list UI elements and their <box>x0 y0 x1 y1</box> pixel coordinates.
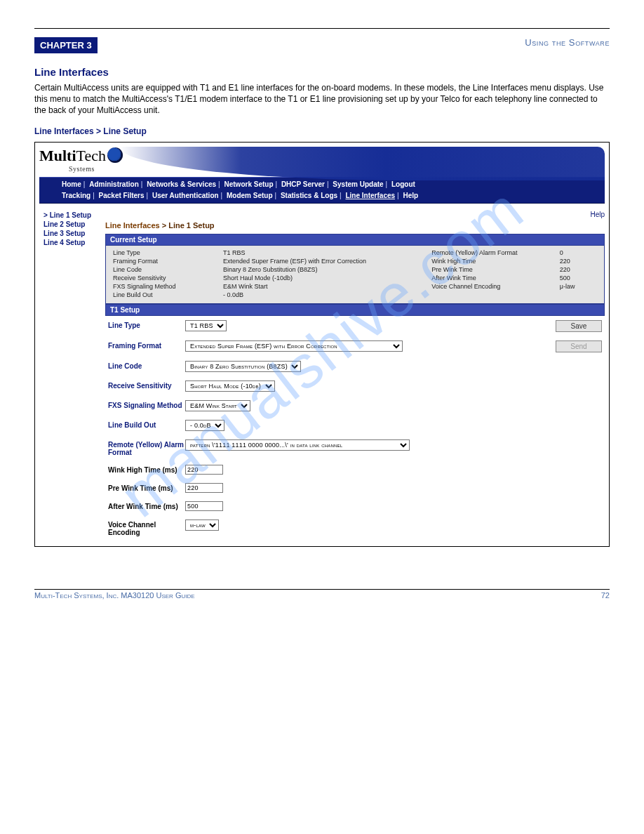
sidenav: Line 1 Setup Line 2 Setup Line 3 Setup L… <box>39 211 102 541</box>
select-line-build-out[interactable]: - 0.0dB <box>185 420 224 431</box>
label-pre-wink: Pre Wink Time (ms) <box>108 483 185 492</box>
t1-setup-title: T1 Setup <box>105 304 605 316</box>
current-setup-table: Line TypeT1 RBSRemote (Yellow) Alarm For… <box>110 249 600 299</box>
select-line-code[interactable]: Binary 8 Zero Substitution (B8ZS) <box>185 361 301 372</box>
nav-network-setup[interactable]: Network Setup <box>224 180 273 188</box>
nav-stats-logs[interactable]: Statistics & Logs <box>281 192 337 199</box>
top-rule <box>34 28 610 29</box>
nav-dhcp-server[interactable]: DHCP Server <box>281 180 325 188</box>
navbar-row-1: Home| Administration| Networks & Service… <box>42 179 602 190</box>
chapter-badge: CHAPTER 3 <box>34 37 98 53</box>
send-button[interactable]: Send <box>556 340 602 352</box>
current-setup-body: Line TypeT1 RBSRemote (Yellow) Alarm For… <box>105 246 605 304</box>
field-framing-format: Framing Format Extended Super Frame (ESF… <box>105 336 605 357</box>
label-fxs-signaling: FXS Signaling Method <box>108 400 185 409</box>
table-row: Line Build Out- 0.0dB <box>110 291 600 299</box>
table-row: Line TypeT1 RBSRemote (Yellow) Alarm For… <box>110 249 600 257</box>
nav-tracking[interactable]: Tracking <box>62 192 90 199</box>
screenshot-frame: manualshive.com MultiTech Systems Home| … <box>34 142 610 547</box>
sidenav-line-3[interactable]: Line 3 Setup <box>39 229 102 238</box>
nav-help[interactable]: Help <box>403 192 418 199</box>
label-receive-sensitivity: Receive Sensitivity <box>108 380 185 390</box>
field-line-type: Line Type T1 RBS Save <box>105 316 605 336</box>
breadcrumb-root[interactable]: Line Interfaces <box>105 221 160 230</box>
field-pre-wink: Pre Wink Time (ms) <box>105 479 605 497</box>
save-button[interactable]: Save <box>556 320 602 332</box>
label-after-wink: After Wink Time (ms) <box>108 501 185 510</box>
select-line-type[interactable]: T1 RBS <box>185 320 227 331</box>
field-fxs-signaling: FXS Signaling Method E&M Wink Start <box>105 396 605 416</box>
input-wink-high[interactable] <box>185 465 223 475</box>
sidenav-line-1[interactable]: Line 1 Setup <box>39 211 102 220</box>
sidenav-line-4[interactable]: Line 4 Setup <box>39 238 102 247</box>
field-line-build-out: Line Build Out - 0.0dB <box>105 416 605 435</box>
label-line-code: Line Code <box>108 361 185 370</box>
label-line-build-out: Line Build Out <box>108 420 185 429</box>
nav-system-update[interactable]: System Update <box>333 180 383 188</box>
footer-left: Multi-Tech Systems, Inc. MA30120 User Gu… <box>34 591 195 600</box>
nav-administration[interactable]: Administration <box>89 180 139 188</box>
select-receive-sensitivity[interactable]: Short Haul Mode (-10db) <box>185 380 275 392</box>
table-row: Line CodeBinary 8 Zero Substitution (B8Z… <box>110 265 600 274</box>
nav-networks-services[interactable]: Networks & Services <box>147 180 216 188</box>
nav-user-auth[interactable]: User Authentication <box>152 192 219 199</box>
section-intro: Certain MultiAccess units are equipped w… <box>34 82 610 117</box>
logo-tech: Tech <box>76 147 106 164</box>
label-remote-alarm: Remote (Yellow) Alarm Format <box>108 439 185 456</box>
nav-packet-filters[interactable]: Packet Filters <box>99 192 145 199</box>
select-fxs-signaling[interactable]: E&M Wink Start <box>185 400 250 411</box>
table-row: Receive SensitivityShort Haul Mode (-10d… <box>110 274 600 282</box>
navbar-row-2: Tracking| Packet Filters| User Authentic… <box>42 190 602 201</box>
section-sub: Line Interfaces > Line Setup <box>34 126 610 136</box>
nav-line-interfaces[interactable]: Line Interfaces <box>345 192 395 199</box>
section-heading: Line Interfaces <box>34 66 610 78</box>
field-receive-sensitivity: Receive Sensitivity Short Haul Mode (-10… <box>105 376 605 396</box>
field-wink-high: Wink High Time (ms) <box>105 461 605 479</box>
label-framing-format: Framing Format <box>108 340 185 350</box>
current-setup-title: Current Setup <box>105 234 605 246</box>
select-remote-alarm[interactable]: pattern \'1111 1111 0000 0000...\' in da… <box>185 439 410 451</box>
field-after-wink: After Wink Time (ms) <box>105 497 605 515</box>
field-remote-alarm: Remote (Yellow) Alarm Format pattern \'1… <box>105 435 605 461</box>
nav-modem-setup[interactable]: Modem Setup <box>227 192 273 199</box>
footer: Multi-Tech Systems, Inc. MA30120 User Gu… <box>34 591 610 600</box>
help-link[interactable]: Help <box>105 211 605 218</box>
label-voice-encoding: Voice Channel Encoding <box>108 519 185 536</box>
table-row: FXS Signaling MethodE&M Wink StartVoice … <box>110 282 600 291</box>
field-line-code: Line Code Binary 8 Zero Substitution (B8… <box>105 357 605 376</box>
field-voice-encoding: Voice Channel Encoding μ-law <box>105 515 605 541</box>
logo-systems: Systems <box>69 165 123 173</box>
input-pre-wink[interactable] <box>185 483 223 493</box>
logo: MultiTech Systems <box>39 147 605 173</box>
nav-logout[interactable]: Logout <box>391 180 415 188</box>
label-line-type: Line Type <box>108 320 185 329</box>
sidenav-line-2[interactable]: Line 2 Setup <box>39 220 102 229</box>
table-row: Framing FormatExtended Super Frame (ESF)… <box>110 257 600 265</box>
label-wink-high: Wink High Time (ms) <box>108 465 185 474</box>
footer-rule <box>34 589 610 590</box>
input-after-wink[interactable] <box>185 501 223 511</box>
logo-multi: Multi <box>39 147 76 164</box>
logo-circle-icon <box>107 147 123 163</box>
select-voice-encoding[interactable]: μ-law <box>185 519 219 531</box>
nav-home[interactable]: Home <box>62 180 81 188</box>
select-framing-format[interactable]: Extended Super Frame (ESF) with Error Co… <box>185 340 403 352</box>
breadcrumb-leaf: Line 1 Setup <box>168 221 214 230</box>
chapter-title: Using the Software <box>98 37 610 48</box>
breadcrumb: Line Interfaces > Line 1 Setup <box>105 221 605 230</box>
navbar: Home| Administration| Networks & Service… <box>39 177 605 204</box>
footer-page: 72 <box>601 591 610 600</box>
